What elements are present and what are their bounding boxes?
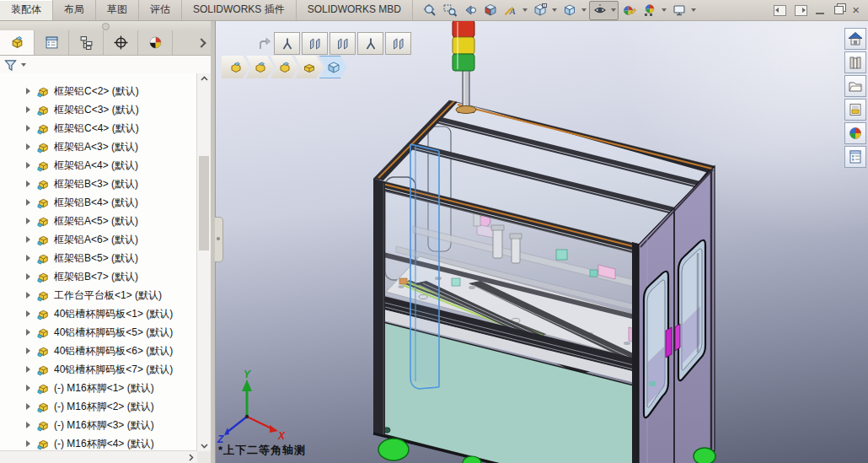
- display-manager-tab[interactable]: [138, 30, 173, 55]
- tree-item[interactable]: 框架铝B<7> (默认): [0, 267, 197, 286]
- tree-vertical-scrollbar[interactable]: [196, 73, 211, 451]
- custom-properties-button[interactable]: [844, 146, 866, 168]
- display-style-caret[interactable]: [581, 8, 587, 12]
- tree-item[interactable]: (-) M16杯脚<1> (默认): [0, 379, 197, 397]
- view-settings-caret[interactable]: [691, 8, 696, 12]
- hide-show-items-icon[interactable]: [590, 2, 609, 19]
- design-library-button[interactable]: [844, 51, 866, 73]
- panel-splitter-handle[interactable]: [215, 217, 223, 262]
- tree-item[interactable]: (-) M16杯脚<4> (默认): [0, 434, 197, 451]
- section-view-icon[interactable]: [480, 2, 500, 19]
- 3d-model-view[interactable]: Y X Z: [215, 20, 868, 463]
- tree-item[interactable]: 框架铝B<5> (默认): [0, 249, 197, 267]
- annotation-views-caret[interactable]: [522, 8, 528, 12]
- expand-arrow-icon[interactable]: [26, 162, 30, 169]
- tab-assembly[interactable]: 装配体: [0, 0, 53, 20]
- expand-arrow-icon[interactable]: [26, 422, 30, 428]
- tree-item[interactable]: (-) M16杯脚<2> (默认): [0, 397, 197, 416]
- tree-item[interactable]: 框架铝A<5> (默认): [0, 212, 197, 230]
- filter-funnel-icon[interactable]: [4, 59, 17, 72]
- expand-arrow-icon[interactable]: [26, 292, 30, 299]
- width-mate-button[interactable]: [330, 32, 356, 55]
- angle-mate-button[interactable]: [274, 32, 300, 55]
- expand-arrow-icon[interactable]: [26, 273, 30, 280]
- expand-arrow-icon[interactable]: [26, 347, 30, 354]
- tree-item[interactable]: 40铝槽杯脚码板<1> (默认): [0, 304, 197, 323]
- expand-arrow-icon[interactable]: [26, 403, 30, 410]
- tree-item[interactable]: (-) M16杯脚<3> (默认): [0, 416, 197, 434]
- tab-solidworks-mbd[interactable]: SOLIDWORKS MBD: [297, 0, 413, 20]
- breadcrumb-component[interactable]: [222, 56, 250, 78]
- breadcrumb-part[interactable]: [295, 56, 324, 78]
- configuration-manager-tab[interactable]: [69, 30, 104, 55]
- hide-show-items-caret[interactable]: [611, 8, 616, 12]
- width-mate-button[interactable]: [302, 32, 328, 55]
- view-palette-button[interactable]: [844, 99, 866, 121]
- close-button[interactable]: ×: [852, 4, 860, 16]
- expand-arrow-icon[interactable]: [26, 366, 30, 373]
- tree-item[interactable]: 框架铝C<3> (默认): [0, 100, 197, 119]
- minimize-button[interactable]: [816, 10, 824, 14]
- expand-arrow-icon[interactable]: [26, 199, 30, 206]
- apply-scene-caret[interactable]: [662, 8, 667, 12]
- annotation-views-icon[interactable]: A: [501, 2, 520, 19]
- tab-sketch[interactable]: 草图: [96, 0, 139, 20]
- panel-grip[interactable]: [0, 20, 211, 30]
- property-manager-tab[interactable]: [35, 30, 69, 55]
- expand-arrow-icon[interactable]: [26, 236, 30, 243]
- tree-item[interactable]: 框架铝C<2> (默认): [0, 82, 197, 100]
- zoom-to-area-icon[interactable]: [440, 2, 459, 19]
- expand-arrow-icon[interactable]: [26, 88, 30, 94]
- tree-item[interactable]: 框架铝B<4> (默认): [0, 193, 197, 212]
- display-style-icon[interactable]: [560, 2, 579, 19]
- tree-item[interactable]: 框架铝A<6> (默认): [0, 230, 197, 249]
- tab-layout[interactable]: 布局: [53, 0, 96, 20]
- expand-arrow-icon[interactable]: [26, 310, 30, 317]
- tree-item[interactable]: 框架铝B<3> (默认): [0, 175, 197, 193]
- zoom-to-fit-icon[interactable]: [420, 2, 439, 19]
- file-explorer-button[interactable]: [844, 75, 866, 97]
- previous-view-icon[interactable]: [460, 2, 480, 19]
- home-button[interactable]: [844, 28, 866, 50]
- breadcrumb-component[interactable]: [271, 56, 299, 78]
- tree-horizontal-scrollbar[interactable]: [0, 450, 197, 463]
- expand-arrow-icon[interactable]: [26, 125, 30, 132]
- expand-arrow-icon[interactable]: [26, 143, 30, 150]
- appearances-scenes-button[interactable]: [844, 122, 866, 144]
- view-settings-icon[interactable]: [669, 2, 689, 19]
- tree-item[interactable]: 框架铝C<4> (默认): [0, 119, 197, 137]
- edit-appearance-icon[interactable]: [619, 2, 639, 19]
- collapse-left-pane-button[interactable]: [774, 5, 786, 16]
- view-orientation-icon[interactable]: [530, 2, 549, 19]
- tree-item[interactable]: 工作台平台板<1> (默认): [0, 286, 197, 304]
- tree-item[interactable]: 40铝槽杯脚码板<7> (默认): [0, 360, 197, 379]
- dimxpert-manager-tab[interactable]: [104, 30, 138, 55]
- expand-arrow-icon[interactable]: [26, 440, 30, 447]
- scroll-down-icon[interactable]: [201, 443, 208, 449]
- scrollbar-thumb[interactable]: [199, 156, 209, 250]
- filter-caret[interactable]: [21, 63, 26, 67]
- tree-item[interactable]: 40铝槽杯脚码板<6> (默认): [0, 342, 197, 360]
- expand-arrow-icon[interactable]: [26, 180, 30, 187]
- width-mate-button[interactable]: [385, 32, 411, 55]
- expand-arrow-icon[interactable]: [26, 255, 30, 261]
- view-orientation-caret[interactable]: [552, 8, 557, 12]
- tab-solidworks-addins[interactable]: SOLIDWORKS 插件: [182, 0, 297, 20]
- breadcrumb-component[interactable]: [246, 56, 275, 78]
- graphics-viewport[interactable]: Y X Z *上下二等角轴测: [215, 20, 868, 463]
- collapse-right-pane-button[interactable]: [795, 5, 807, 16]
- restore-button[interactable]: [834, 6, 844, 14]
- panel-tabs-overflow-button[interactable]: [192, 30, 211, 55]
- tree-item[interactable]: 框架铝A<3> (默认): [0, 137, 197, 156]
- angle-mate-button[interactable]: [357, 32, 383, 55]
- tree-item[interactable]: 框架铝A<4> (默认): [0, 156, 197, 175]
- scroll-right-icon[interactable]: [188, 454, 194, 461]
- expand-arrow-icon[interactable]: [26, 106, 30, 113]
- expand-arrow-icon[interactable]: [26, 218, 30, 224]
- scroll-up-icon[interactable]: [201, 76, 208, 82]
- tab-evaluate[interactable]: 评估: [139, 0, 182, 20]
- breadcrumb-selected-face[interactable]: [319, 56, 348, 78]
- feature-manager-tab[interactable]: [0, 30, 35, 55]
- tree-item[interactable]: 40铝槽杯脚码板<5> (默认): [0, 323, 197, 342]
- expand-arrow-icon[interactable]: [26, 329, 30, 336]
